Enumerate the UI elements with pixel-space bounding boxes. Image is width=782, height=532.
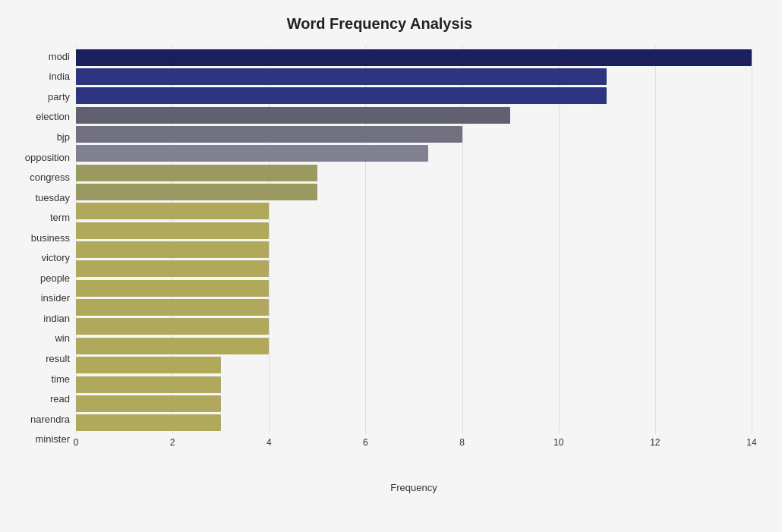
bar (76, 299, 269, 316)
bar-row (76, 182, 752, 201)
y-label: time (51, 374, 70, 384)
bar (76, 184, 317, 200)
bar-row (76, 124, 752, 143)
bar-row (76, 240, 752, 259)
bar (76, 107, 510, 124)
x-tick: 12 (650, 437, 660, 448)
bar-row (76, 67, 752, 86)
y-label: read (50, 394, 70, 404)
x-tick: 8 (459, 437, 465, 448)
bar (76, 280, 269, 297)
bar-row (76, 336, 752, 355)
y-label: modi (49, 52, 70, 61)
bar (76, 126, 462, 143)
y-label: opposition (25, 153, 70, 162)
y-label: congress (30, 172, 70, 182)
bars-section (76, 46, 752, 434)
bar-row (76, 202, 752, 221)
y-label: party (48, 92, 70, 102)
bar-row (76, 297, 752, 316)
y-label: indian (43, 313, 70, 323)
y-label: result (46, 354, 70, 364)
bar (76, 165, 317, 181)
bars-and-xaxis: 02468101214 Frequency (76, 46, 752, 472)
bar (76, 376, 221, 393)
chart-title: Word Frequency Analysis (8, 15, 752, 33)
chart-area: modiindiapartyelectionbjpoppositioncongr… (8, 46, 752, 472)
y-label: business (31, 233, 70, 243)
y-label: india (49, 71, 70, 81)
bar (76, 260, 269, 277)
y-label: term (50, 212, 70, 222)
x-tick: 2 (170, 437, 175, 448)
bar (76, 87, 607, 104)
bar-row (76, 394, 752, 413)
bar-row (76, 317, 752, 336)
y-label: win (55, 333, 70, 343)
bar-row (76, 414, 752, 433)
y-label: narendra (30, 414, 70, 424)
bar (76, 318, 269, 335)
y-label: people (40, 273, 70, 283)
bar (76, 68, 607, 85)
bars-wrapper (76, 46, 752, 434)
bar (76, 241, 269, 258)
bar-row (76, 356, 752, 375)
bar-row (76, 144, 752, 163)
bar-row (76, 260, 752, 279)
bar (76, 395, 221, 412)
x-tick: 6 (363, 437, 368, 448)
x-tick: 14 (746, 437, 756, 448)
bar (76, 222, 269, 239)
bar-row (76, 48, 752, 67)
bar (76, 414, 221, 431)
bar (76, 338, 269, 354)
grid-line (752, 46, 752, 434)
y-axis: modiindiapartyelectionbjpoppositioncongr… (8, 46, 76, 472)
x-axis-label: Frequency (76, 482, 752, 493)
bar-row (76, 279, 752, 297)
y-label: election (36, 112, 70, 121)
bar-row (76, 87, 752, 105)
x-tick: 4 (266, 437, 272, 448)
y-label: insider (41, 293, 70, 303)
x-tick: 10 (553, 437, 563, 448)
bar-row (76, 221, 752, 240)
bar-row (76, 105, 752, 124)
y-label: victory (41, 253, 70, 263)
bar (76, 145, 428, 162)
x-tick: 0 (74, 437, 79, 448)
x-axis: 02468101214 (76, 434, 752, 449)
y-label: tuesday (35, 193, 70, 203)
bar (76, 203, 269, 219)
chart-container: Word Frequency Analysis modiindiapartyel… (0, 0, 782, 532)
bar-row (76, 375, 752, 394)
y-label: bjp (57, 132, 70, 142)
bar (76, 49, 752, 66)
bar (76, 357, 221, 373)
bar-row (76, 163, 752, 182)
y-label: minister (35, 434, 70, 444)
